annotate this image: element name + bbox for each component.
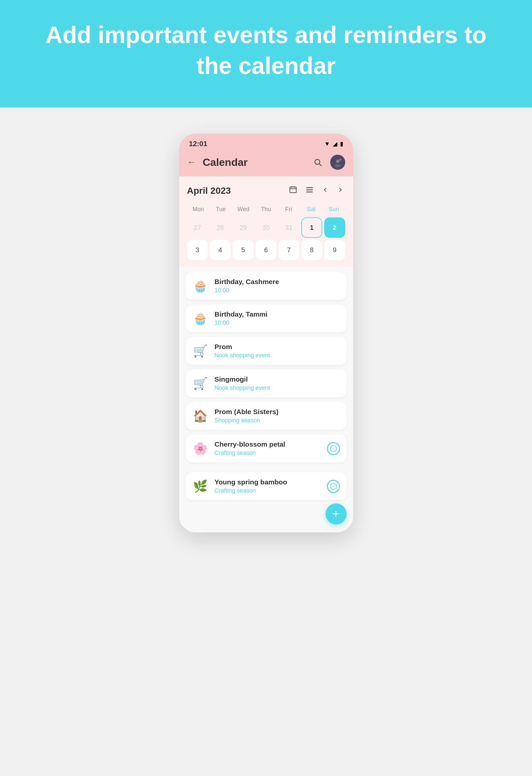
- event-title-singmogil: Singmogil: [215, 375, 340, 383]
- app-title: Calendar: [203, 156, 248, 169]
- prev-month-button[interactable]: [320, 185, 330, 197]
- cal-day-9[interactable]: 9: [324, 240, 345, 260]
- event-birthday-tammi[interactable]: 🧁 Birthday, Tammi 10:00: [186, 305, 346, 332]
- cal-day-1[interactable]: 1: [301, 217, 322, 238]
- cal-day-30[interactable]: 30: [256, 217, 277, 238]
- event-icon-birthday-cashmere: 🧁: [192, 279, 209, 293]
- phone-frame: 12:01 ▼ ◢ ▮ ← Calendar: [179, 134, 353, 532]
- cal-day-4[interactable]: 4: [210, 240, 231, 260]
- event-info-cherry-blossom: Cherry-blossom petal Crafting season: [215, 440, 321, 456]
- search-button[interactable]: [310, 155, 325, 169]
- top-banner: Add important events and reminders to th…: [0, 0, 532, 108]
- event-icon-singmogil: 🛒: [192, 377, 209, 390]
- event-subtitle-cherry-blossom: Crafting season: [215, 449, 321, 456]
- back-button[interactable]: ←: [187, 157, 196, 168]
- event-badge-cherry-blossom: [327, 442, 340, 455]
- day-sun: Sun: [323, 204, 345, 215]
- event-icon-prom-nook: 🛒: [192, 344, 209, 358]
- day-tue: Tue: [209, 204, 232, 215]
- event-subtitle-young-spring-bamboo: Crafting season: [215, 488, 321, 494]
- calendar-week-1: 27 28 29 30 31 1 2: [187, 217, 345, 238]
- event-info-singmogil: Singmogil Nook shopping event: [215, 375, 340, 391]
- status-icons: ▼ ◢ ▮: [324, 140, 343, 148]
- svg-rect-5: [339, 159, 340, 161]
- event-title-birthday-tammi: Birthday, Tammi: [215, 310, 340, 318]
- app-header-left: ← Calendar: [187, 156, 248, 169]
- last-card-area: 🌿 Young spring bamboo Crafting season +: [179, 472, 353, 532]
- cal-day-7[interactable]: 7: [278, 240, 299, 260]
- day-mon: Mon: [187, 204, 210, 215]
- event-icon-cherry-blossom: 🌸: [192, 442, 209, 455]
- event-icon-young-spring-bamboo: 🌿: [192, 479, 209, 493]
- next-month-button[interactable]: [335, 185, 345, 197]
- event-title-cherry-blossom: Cherry-blossom petal: [215, 440, 321, 448]
- status-time: 12:01: [189, 140, 207, 148]
- cal-day-29[interactable]: 29: [233, 217, 254, 238]
- event-cherry-blossom[interactable]: 🌸 Cherry-blossom petal Crafting season: [186, 434, 346, 462]
- svg-rect-7: [290, 187, 296, 193]
- status-bar: 12:01 ▼ ◢ ▮: [179, 134, 353, 151]
- header-icons: [310, 155, 345, 170]
- banner-title: Add important events and reminders to th…: [26, 20, 506, 81]
- calendar-view-button[interactable]: [287, 184, 299, 197]
- phone-wrapper: 12:01 ▼ ◢ ▮ ← Calendar: [179, 134, 353, 532]
- add-event-button[interactable]: +: [325, 504, 346, 525]
- event-subtitle-singmogil: Nook shopping event: [215, 385, 340, 391]
- event-subtitle-prom-nook: Nook shopping event: [215, 352, 340, 359]
- list-view-button[interactable]: [304, 184, 315, 197]
- battery-icon: ▮: [340, 140, 343, 148]
- day-fri: Fri: [277, 204, 300, 215]
- calendar-section: April 2023: [179, 176, 353, 267]
- calendar-nav: April 2023: [187, 184, 345, 197]
- cal-day-6[interactable]: 6: [256, 240, 277, 260]
- event-title-birthday-cashmere: Birthday, Cashmere: [215, 278, 340, 286]
- signal-icon: ◢: [333, 140, 337, 148]
- event-list: 🧁 Birthday, Cashmere 10:00 🧁 Birthday, T…: [179, 267, 353, 472]
- event-time-birthday-tammi: 10:00: [215, 320, 340, 327]
- event-icon-prom-able-sisters: 🏠: [192, 409, 209, 423]
- day-sat: Sat: [300, 204, 323, 215]
- event-time-birthday-cashmere: 10:00: [215, 287, 340, 294]
- day-wed: Wed: [232, 204, 255, 215]
- event-badge-young-spring-bamboo: [327, 480, 340, 493]
- day-thu: Thu: [255, 204, 277, 215]
- event-title-young-spring-bamboo: Young spring bamboo: [215, 478, 321, 486]
- event-prom-nook[interactable]: 🛒 Prom Nook shopping event: [186, 337, 346, 365]
- cal-day-5[interactable]: 5: [233, 240, 254, 260]
- cal-day-31[interactable]: 31: [278, 217, 299, 238]
- event-prom-able-sisters[interactable]: 🏠 Prom (Able Sisters) Shopping season: [186, 402, 346, 430]
- wifi-icon: ▼: [324, 141, 330, 148]
- event-icon-birthday-tammi: 🧁: [192, 312, 209, 326]
- event-info-prom-able-sisters: Prom (Able Sisters) Shopping season: [215, 408, 340, 424]
- event-title-prom-able-sisters: Prom (Able Sisters): [215, 408, 340, 416]
- svg-point-3: [336, 160, 339, 163]
- days-header: Mon Tue Wed Thu Fri Sat Sun: [187, 204, 345, 215]
- event-info-prom-nook: Prom Nook shopping event: [215, 343, 340, 359]
- event-info-birthday-tammi: Birthday, Tammi 10:00: [215, 310, 340, 327]
- cal-day-3[interactable]: 3: [187, 240, 208, 260]
- cal-day-8[interactable]: 8: [301, 240, 322, 260]
- month-year-label: April 2023: [187, 186, 231, 196]
- avatar-button[interactable]: [330, 155, 345, 170]
- event-title-prom-nook: Prom: [215, 343, 340, 351]
- app-header: ← Calendar: [179, 151, 353, 176]
- cal-day-28[interactable]: 28: [210, 217, 231, 238]
- fab-container: +: [186, 504, 346, 525]
- calendar-week-2: 3 4 5 6 7 8 9: [187, 240, 345, 260]
- cal-day-2[interactable]: 2: [324, 217, 345, 238]
- calendar-controls: [287, 184, 345, 197]
- cal-day-27[interactable]: 27: [187, 217, 208, 238]
- event-singmogil[interactable]: 🛒 Singmogil Nook shopping event: [186, 369, 346, 397]
- event-subtitle-prom-able-sisters: Shopping season: [215, 417, 340, 424]
- event-info-young-spring-bamboo: Young spring bamboo Crafting season: [215, 478, 321, 494]
- event-birthday-cashmere[interactable]: 🧁 Birthday, Cashmere 10:00: [186, 272, 346, 300]
- event-info-birthday-cashmere: Birthday, Cashmere 10:00: [215, 278, 340, 294]
- svg-line-1: [319, 164, 321, 166]
- event-young-spring-bamboo[interactable]: 🌿 Young spring bamboo Crafting season: [186, 472, 346, 500]
